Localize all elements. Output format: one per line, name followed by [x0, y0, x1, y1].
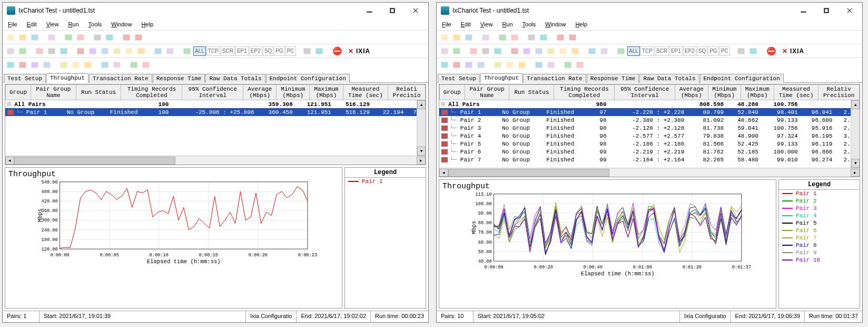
legend-item[interactable]: Pair 10 — [779, 256, 860, 264]
legend-item[interactable]: Pair 3 — [779, 205, 860, 212]
tool-7[interactable] — [538, 32, 549, 43]
tool-4[interactable] — [63, 32, 74, 43]
tab-raw-data-totals[interactable]: Raw Data Totals — [205, 74, 265, 83]
stop-icon[interactable] — [133, 32, 144, 43]
tool2-1[interactable] — [17, 45, 28, 57]
col-header[interactable]: Pair GroupName — [31, 85, 76, 100]
filter-pc[interactable]: PC — [285, 46, 296, 56]
tool2-11[interactable] — [586, 45, 598, 57]
legend-item[interactable]: Pair 9 — [779, 249, 860, 256]
menu-edit[interactable]: Edit — [457, 20, 475, 28]
table-row[interactable]: └─ Pair 3 No GroupFinished98-2.128 : +2.… — [439, 124, 860, 132]
filter-scr[interactable]: SCR — [221, 46, 235, 56]
tool3-7[interactable] — [533, 59, 545, 71]
menu-run[interactable]: Run — [64, 20, 83, 28]
tool2-4[interactable] — [492, 45, 504, 57]
legend-item[interactable]: Pair 1 — [345, 178, 426, 185]
menu-edit[interactable]: Edit — [23, 20, 41, 28]
tool-5[interactable] — [509, 32, 520, 43]
tab-transaction-rate[interactable]: Transaction Rate — [523, 74, 586, 83]
tool2-9[interactable] — [123, 45, 135, 57]
tool2-6[interactable] — [87, 45, 98, 57]
tool3-0[interactable] — [5, 59, 16, 71]
menu-run[interactable]: Run — [498, 20, 517, 28]
tool2b-1[interactable] — [313, 45, 325, 57]
filter-all[interactable]: ALL — [193, 46, 206, 56]
tool3-7[interactable] — [99, 59, 111, 71]
filter-pg[interactable]: PG — [708, 46, 718, 56]
grid-hscroll[interactable]: ◂▸ — [439, 168, 860, 177]
tab-raw-data-totals[interactable]: Raw Data Totals — [639, 74, 699, 83]
tool2-7[interactable] — [533, 45, 545, 57]
col-header[interactable]: Maximum(Mbps) — [310, 85, 343, 100]
tool2-2[interactable] — [34, 45, 45, 57]
stop-icon[interactable] — [567, 32, 578, 43]
tab-test-setup[interactable]: Test Setup — [438, 74, 480, 83]
tab-response-time[interactable]: Response Time — [587, 74, 639, 83]
tool3-6[interactable] — [516, 59, 528, 71]
tool2-5[interactable] — [75, 45, 86, 57]
table-row[interactable]: └─ Pair 1 No GroupFinished100-25.806 : +… — [5, 108, 426, 116]
legend-item[interactable]: Pair 7 — [779, 234, 860, 242]
tool3-1[interactable] — [451, 59, 462, 71]
filter-sq[interactable]: SQ — [263, 46, 273, 56]
tool2-4[interactable] — [58, 45, 70, 57]
tool-2[interactable] — [29, 32, 41, 43]
tool2-0[interactable] — [439, 45, 450, 57]
col-header[interactable]: Minimum(Mbps) — [277, 85, 310, 100]
tool2-0[interactable] — [5, 45, 16, 57]
col-header[interactable]: RelatiPrecisio — [388, 85, 426, 100]
tool2-9[interactable] — [557, 45, 569, 57]
tool-7[interactable] — [104, 32, 115, 43]
tool2-12[interactable] — [598, 45, 610, 57]
tool3-10[interactable] — [140, 59, 152, 71]
col-header[interactable]: Run Status — [509, 85, 554, 100]
tab-response-time[interactable]: Response Time — [153, 74, 205, 83]
tool2-3[interactable] — [46, 45, 57, 57]
filter-tcp[interactable]: TCP — [640, 46, 654, 56]
legend-item[interactable]: Pair 5 — [779, 219, 860, 227]
menu-file[interactable]: File — [438, 20, 456, 28]
menu-view[interactable]: View — [476, 20, 497, 28]
tool2b-1[interactable] — [747, 45, 759, 57]
tab-throughput[interactable]: Throughput — [480, 73, 522, 83]
table-row[interactable]: └─ Pair 5 No GroupFinished98-2.186 : +2.… — [439, 140, 860, 148]
tool2-11[interactable] — [152, 45, 164, 57]
col-header[interactable]: Maximum(Mbps) — [741, 85, 774, 100]
filter-scr[interactable]: SCR — [655, 46, 669, 56]
tool3-4[interactable] — [492, 59, 504, 71]
menu-view[interactable]: View — [42, 20, 63, 28]
col-header[interactable]: Average(Mbps) — [675, 85, 708, 100]
col-header[interactable]: Timing RecordsCompleted — [554, 85, 615, 100]
legend-item[interactable]: Pair 4 — [779, 212, 860, 219]
menu-file[interactable]: File — [4, 20, 22, 28]
tool3-3[interactable] — [41, 59, 53, 71]
tool3-4[interactable] — [58, 59, 70, 71]
col-header[interactable]: Group — [440, 85, 465, 100]
table-row[interactable]: └─ Pair 7 No GroupFinished99-2.164 : +2.… — [439, 156, 860, 164]
tool3-2[interactable] — [463, 59, 475, 71]
menu-tools[interactable]: Tools — [84, 20, 106, 28]
col-header[interactable]: Timing RecordsCompleted — [121, 85, 182, 100]
maximize-button[interactable] — [815, 3, 838, 18]
grid-vscroll[interactable]: ▴▾ — [417, 100, 426, 156]
tool2-1[interactable] — [451, 45, 462, 57]
tab-test-setup[interactable]: Test Setup — [4, 74, 46, 83]
filter-pg[interactable]: PG — [274, 46, 284, 56]
legend-item[interactable]: Pair 1 — [779, 190, 860, 197]
tool-1[interactable] — [17, 32, 28, 43]
filter-sq[interactable]: SQ — [697, 46, 707, 56]
menu-tools[interactable]: Tools — [518, 20, 540, 28]
minimize-button[interactable] — [358, 3, 381, 18]
col-header[interactable]: Average(Mbps) — [243, 85, 277, 100]
col-header[interactable]: MeasuredTime (sec) — [343, 85, 388, 100]
tool2-10[interactable] — [569, 45, 581, 57]
tab-transaction-rate[interactable]: Transaction Rate — [89, 74, 152, 83]
tool-2[interactable] — [463, 32, 475, 43]
minimize-button[interactable] — [792, 3, 815, 18]
tool2-12[interactable] — [164, 45, 176, 57]
menu-window[interactable]: Window — [541, 20, 570, 28]
tool2b-0[interactable] — [301, 45, 313, 57]
tool2-10[interactable] — [135, 45, 147, 57]
filter-ep2[interactable]: EP2 — [249, 46, 262, 56]
